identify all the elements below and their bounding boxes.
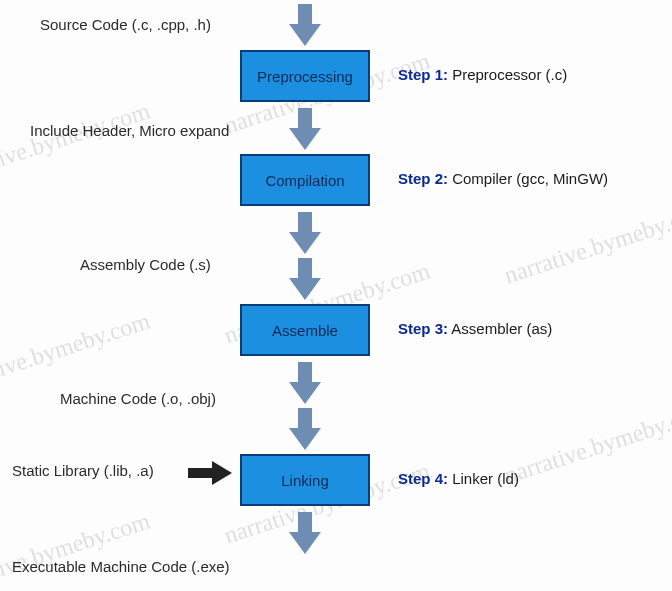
arrow-down-icon [291,4,319,46]
stage-assemble: Assemble [240,304,370,356]
step-4-label: Step 4: Linker (ld) [398,470,519,487]
stage-linking: Linking [240,454,370,506]
assembly-code-label: Assembly Code (.s) [80,256,211,273]
watermark: narrative.bymeby.com [501,398,672,490]
step-text: Preprocessor (.c) [452,66,567,83]
step-prefix: Step 3: [398,320,448,337]
include-header-label: Include Header, Micro expand [30,122,229,139]
step-text: Compiler (gcc, MinGW) [452,170,608,187]
watermark: narrative.bymeby.com [0,508,153,591]
static-library-label: Static Library (.lib, .a) [12,462,154,479]
watermark: narrative.bymeby.com [0,308,153,400]
stage-label: Compilation [265,172,344,189]
step-2-label: Step 2: Compiler (gcc, MinGW) [398,170,608,187]
executable-output-label: Executable Machine Code (.exe) [12,558,230,575]
step-text: Assembler (as) [451,320,552,337]
arrow-down-icon [291,108,319,150]
watermark: narrative.bymeby.com [501,198,672,290]
machine-code-label: Machine Code (.o, .obj) [60,390,216,407]
step-3-label: Step 3: Assembler (as) [398,320,552,337]
arrow-down-icon [291,258,319,300]
step-prefix: Step 2: [398,170,448,187]
step-1-label: Step 1: Preprocessor (.c) [398,66,567,83]
step-prefix: Step 4: [398,470,448,487]
stage-label: Assemble [272,322,338,339]
arrow-right-icon [188,462,234,484]
source-code-label: Source Code (.c, .cpp, .h) [40,16,211,33]
step-prefix: Step 1: [398,66,448,83]
step-text: Linker (ld) [452,470,519,487]
stage-label: Preprocessing [257,68,353,85]
stage-preprocessing: Preprocessing [240,50,370,102]
arrow-down-icon [291,408,319,450]
watermark: narrative.bymeby.com [0,98,153,190]
arrow-down-icon [291,512,319,554]
arrow-down-icon [291,362,319,404]
stage-compilation: Compilation [240,154,370,206]
arrow-down-icon [291,212,319,254]
stage-label: Linking [281,472,329,489]
